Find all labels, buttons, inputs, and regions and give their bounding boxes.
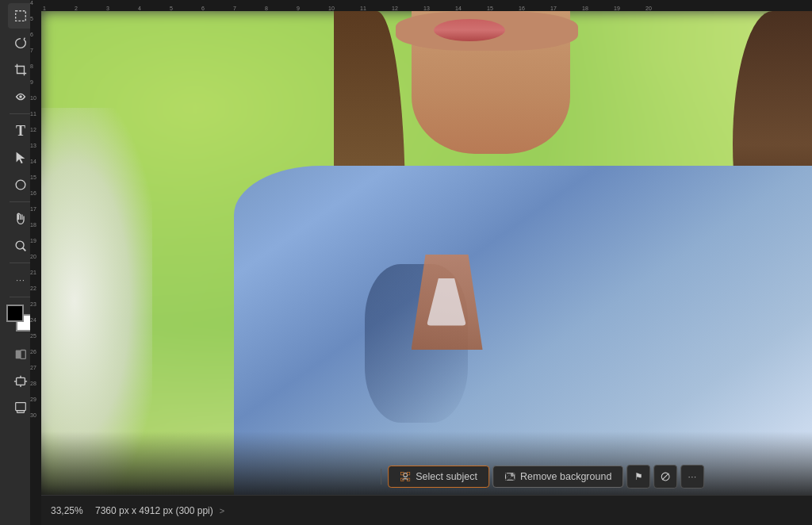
tool-separator-4 <box>10 297 32 297</box>
select-subject-button[interactable]: Select subject <box>388 466 489 488</box>
svg-point-14 <box>404 473 408 477</box>
flag-icon: ⚑ <box>634 471 643 482</box>
status-bar: 33,25% 7360 px x 4912 px (300 ppi) > <box>41 495 812 525</box>
svg-point-1 <box>19 95 22 98</box>
remove-background-button[interactable]: Remove background <box>492 466 623 488</box>
text-tool-icon: T <box>16 123 25 140</box>
canvas-wrapper[interactable]: Select subject Remove background ⚑ <box>41 11 812 495</box>
svg-rect-7 <box>17 377 25 385</box>
toolbar: T ··· <box>0 0 41 525</box>
tool-separator-1 <box>10 113 32 114</box>
select-subject-label: Select subject <box>416 471 477 482</box>
circle-slash-icon <box>660 471 671 482</box>
person-layer <box>41 11 812 495</box>
more-options-icon: ··· <box>688 473 697 481</box>
circle-slash-button[interactable] <box>653 465 677 489</box>
select-subject-icon <box>400 471 411 482</box>
tool-separator-2 <box>10 201 32 202</box>
lips <box>434 19 505 41</box>
remove-background-icon <box>504 471 515 482</box>
flag-button[interactable]: ⚑ <box>626 465 650 489</box>
shirt-layer <box>234 166 812 495</box>
svg-point-3 <box>16 241 24 249</box>
status-bar-left: 33,25% 7360 px x 4912 px (300 ppi) > <box>51 505 802 516</box>
svg-rect-13 <box>17 411 25 413</box>
dimensions-label: 7360 px x 4912 px (300 ppi) <box>95 505 213 516</box>
vertical-ruler: 4 5 6 7 8 9 10 11 12 13 14 15 16 17 18 1… <box>30 0 41 525</box>
horizontal-ruler: 1 2 3 4 5 6 7 8 9 10 11 12 13 14 15 16 1… <box>41 0 812 11</box>
svg-rect-6 <box>21 351 25 359</box>
more-options-button[interactable]: ··· <box>680 465 704 489</box>
svg-line-4 <box>23 248 26 251</box>
svg-line-22 <box>662 473 668 480</box>
svg-point-20 <box>511 473 514 477</box>
zoom-level: 33,25% <box>51 505 89 516</box>
canvas-area: 1 2 3 4 5 6 7 8 9 10 11 12 13 14 15 16 1… <box>41 0 812 525</box>
svg-point-2 <box>16 180 25 190</box>
action-separator <box>381 469 381 485</box>
more-tools-icon: ··· <box>16 276 25 285</box>
foreground-color[interactable] <box>6 305 24 322</box>
action-buttons-area: Select subject Remove background ⚑ <box>377 465 704 489</box>
svg-rect-0 <box>16 11 26 21</box>
svg-rect-5 <box>16 351 21 359</box>
svg-rect-12 <box>16 403 26 411</box>
remove-background-label: Remove background <box>520 471 611 482</box>
photo-canvas <box>41 11 812 495</box>
dimensions-chevron[interactable]: > <box>220 506 224 515</box>
tool-separator-3 <box>10 262 32 263</box>
